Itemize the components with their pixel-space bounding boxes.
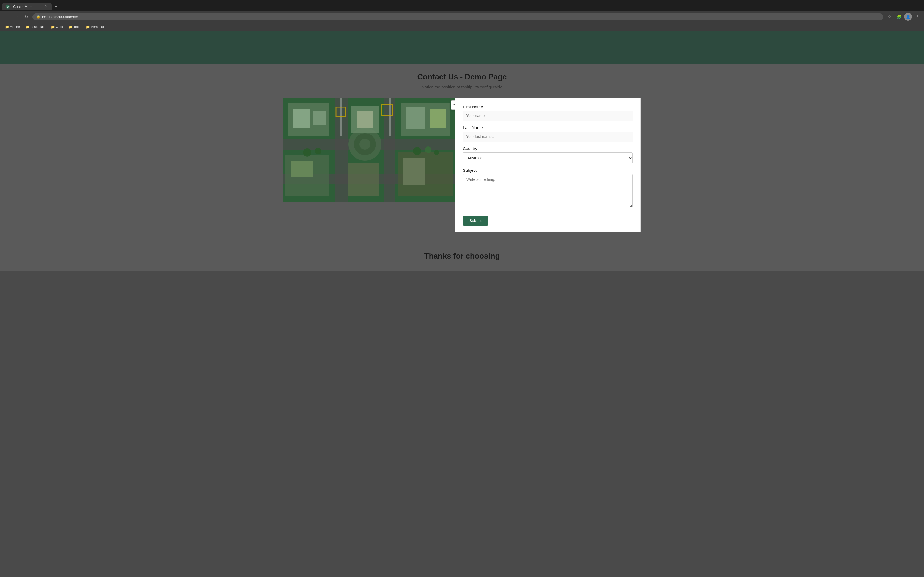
new-tab-button[interactable]: + bbox=[52, 3, 60, 10]
active-tab[interactable]: C Coach Mark ✕ bbox=[2, 3, 52, 10]
svg-rect-29 bbox=[389, 98, 391, 136]
coach-mark-tooltip: fill this. Next bbox=[451, 100, 455, 110]
folder-icon: 📁 bbox=[86, 25, 90, 29]
svg-rect-22 bbox=[404, 158, 425, 185]
submit-button[interactable]: Submit bbox=[463, 216, 488, 226]
contact-form: First Name Last Name Country Australia U… bbox=[455, 98, 641, 232]
tab-close-button[interactable]: ✕ bbox=[44, 5, 48, 9]
url-text: localhost:3000/#/demo1 bbox=[42, 15, 80, 19]
page-title: Contact Us - Demo Page bbox=[0, 73, 924, 81]
lock-icon: 🔒 bbox=[36, 15, 40, 19]
folder-icon: 📁 bbox=[68, 25, 72, 29]
subject-textarea[interactable] bbox=[463, 174, 633, 207]
last-name-label: Last Name bbox=[463, 125, 633, 130]
form-section: fill this. Next First Name Last Name bbox=[283, 98, 641, 232]
bookmark-yodlee-label: Yodlee bbox=[10, 25, 20, 29]
bookmark-orbit-label: Orbit bbox=[56, 25, 63, 29]
subject-label: Subject bbox=[463, 168, 633, 172]
svg-point-27 bbox=[434, 150, 439, 155]
svg-rect-19 bbox=[291, 161, 313, 177]
menu-button[interactable]: ⋮ bbox=[914, 13, 921, 21]
bookmark-essentials[interactable]: 📁 Essentials bbox=[23, 24, 48, 30]
browser-chrome: C Coach Mark ✕ + ← → ↻ 🔒 localhost:3000/… bbox=[0, 0, 924, 31]
image-side: fill this. Next bbox=[283, 98, 455, 232]
bottom-section: Thanks for choosing bbox=[0, 241, 924, 271]
svg-point-25 bbox=[413, 147, 421, 155]
svg-point-23 bbox=[303, 148, 311, 156]
header-banner bbox=[0, 31, 924, 64]
subject-field-group: Subject bbox=[463, 168, 633, 208]
last-name-field-group: Last Name bbox=[463, 125, 633, 142]
page-subtitle: Notice the position of tooltip, its conf… bbox=[0, 85, 924, 89]
country-select[interactable]: Australia United States United Kingdom C… bbox=[463, 153, 633, 163]
tab-title: Coach Mark bbox=[13, 5, 32, 9]
folder-icon: 📁 bbox=[5, 25, 9, 29]
forward-button[interactable]: → bbox=[13, 13, 20, 21]
bookmark-personal[interactable]: 📁 Personal bbox=[84, 24, 106, 30]
svg-point-12 bbox=[359, 139, 370, 150]
nav-actions: ☆ 🧩 👤 ⋮ bbox=[885, 13, 921, 21]
svg-rect-17 bbox=[430, 108, 446, 128]
country-label: Country bbox=[463, 146, 633, 151]
first-name-label: First Name bbox=[463, 105, 633, 109]
bookmark-yodlee[interactable]: 📁 Yodlee bbox=[3, 24, 22, 30]
folder-icon: 📁 bbox=[25, 25, 29, 29]
first-name-input[interactable] bbox=[463, 111, 633, 121]
bookmark-personal-label: Personal bbox=[91, 25, 104, 29]
aerial-svg bbox=[283, 98, 455, 202]
svg-rect-20 bbox=[349, 163, 379, 197]
country-field-group: Country Australia United States United K… bbox=[463, 146, 633, 163]
main-content: Contact Us - Demo Page Notice the positi… bbox=[0, 64, 924, 241]
bookmark-tech[interactable]: 📁 Tech bbox=[66, 24, 82, 30]
svg-rect-14 bbox=[357, 111, 373, 128]
bookmark-tech-label: Tech bbox=[73, 25, 80, 29]
tab-favicon: C bbox=[5, 5, 10, 9]
svg-point-26 bbox=[425, 147, 431, 153]
extensions-button[interactable]: 🧩 bbox=[895, 13, 903, 21]
bookmark-essentials-label: Essentials bbox=[30, 25, 45, 29]
bottom-title: Thanks for choosing bbox=[0, 252, 924, 261]
profile-button[interactable]: 👤 bbox=[904, 13, 912, 21]
reload-button[interactable]: ↻ bbox=[23, 13, 30, 21]
svg-point-24 bbox=[315, 148, 321, 155]
svg-rect-9 bbox=[313, 111, 326, 125]
aerial-image: fill this. Next bbox=[283, 98, 455, 202]
coach-mark-text: fill this. bbox=[454, 103, 455, 107]
bookmarks-bar: 📁 Yodlee 📁 Essentials 📁 Orbit 📁 Tech 📁 P… bbox=[0, 23, 924, 31]
address-bar[interactable]: 🔒 localhost:3000/#/demo1 bbox=[32, 13, 883, 20]
nav-bar: ← → ↻ 🔒 localhost:3000/#/demo1 ☆ 🧩 👤 ⋮ bbox=[0, 11, 924, 23]
bookmark-orbit[interactable]: 📁 Orbit bbox=[48, 24, 65, 30]
back-button[interactable]: ← bbox=[3, 13, 10, 21]
folder-icon: 📁 bbox=[51, 25, 55, 29]
last-name-input[interactable] bbox=[463, 132, 633, 142]
svg-text:C: C bbox=[7, 5, 9, 8]
bookmark-star-button[interactable]: ☆ bbox=[885, 13, 893, 21]
page-content: Contact Us - Demo Page Notice the positi… bbox=[0, 31, 924, 577]
svg-rect-16 bbox=[406, 107, 425, 129]
first-name-field-group: First Name bbox=[463, 105, 633, 121]
svg-rect-8 bbox=[293, 108, 310, 128]
tab-bar: C Coach Mark ✕ + bbox=[0, 0, 924, 11]
